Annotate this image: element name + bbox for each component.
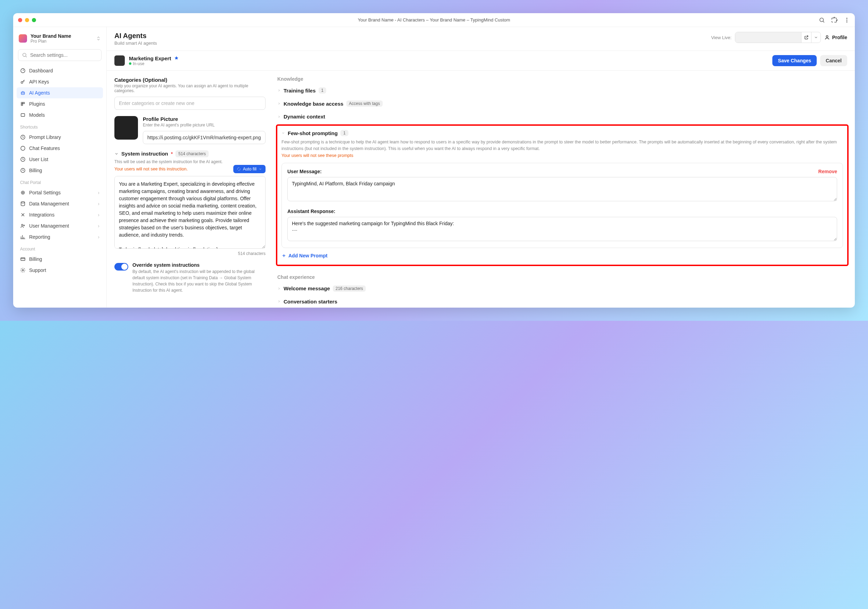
gear-icon (20, 267, 26, 273)
sidebar-item-label: Billing (29, 257, 42, 262)
database-icon (20, 201, 26, 207)
sidebar-item-label: Support (29, 267, 46, 273)
chart-icon (20, 234, 26, 240)
sidebar-item-user-management[interactable]: User Management › (17, 220, 103, 232)
gauge-icon (20, 68, 26, 73)
pin-icon[interactable] (174, 56, 179, 60)
sidebar-item-label: Data Management (29, 201, 69, 207)
svg-line-8 (26, 56, 27, 57)
magic-icon (237, 167, 241, 171)
sidebar-item-billing-shortcut[interactable]: Billing (17, 165, 103, 176)
page-subtitle: Build smart AI agents (115, 40, 157, 46)
puzzle-icon (20, 101, 26, 107)
conversation-starters-row[interactable]: Conversation starters (276, 295, 849, 308)
sidebar-item-label: Chat Features (29, 145, 60, 151)
welcome-message-row[interactable]: Welcome message 216 characters (276, 282, 849, 295)
sidebar-item-user-list[interactable]: User List (17, 154, 103, 165)
view-live-selector[interactable] (735, 32, 821, 43)
sidebar-item-api-keys[interactable]: API Keys (17, 76, 103, 87)
brand-logo (19, 34, 27, 43)
right-column: Knowledge Training files 1 Knowledge bas… (273, 71, 855, 308)
user-message-label: User Message: (287, 169, 322, 174)
user-icon (824, 35, 830, 40)
brand-switcher[interactable]: Your Brand Name Pro Plan (17, 32, 103, 48)
sidebar-item-portal-settings[interactable]: Portal Settings › (17, 187, 103, 198)
svg-point-22 (23, 225, 25, 226)
categories-input[interactable] (115, 97, 265, 110)
kb-access-row[interactable]: Knowledge base access Access with tags (276, 97, 849, 110)
agent-status: In-use (129, 61, 179, 66)
svg-point-13 (23, 93, 23, 93)
required-marker: * (171, 151, 173, 156)
status-dot-icon (129, 62, 132, 65)
section-account: Account (17, 243, 103, 253)
profile-picture-hint: Enter the AI agent's profile picture URL (143, 123, 265, 127)
tools-icon (20, 212, 26, 218)
sidebar-item-label: Billing (29, 168, 42, 173)
profile-picture-title: Profile Picture (143, 116, 265, 122)
chevron-down-icon[interactable] (812, 32, 820, 43)
window-title: Your Brand Name - AI Characters – Your B… (13, 17, 855, 23)
profile-picture-preview (115, 116, 138, 140)
sidebar-item-billing[interactable]: Billing (17, 253, 103, 265)
sidebar-item-label: Models (29, 112, 45, 118)
sidebar-item-data-management[interactable]: Data Management › (17, 198, 103, 209)
sidebar-item-plugins[interactable]: Plugins (17, 98, 103, 110)
assistant-response-textarea[interactable] (287, 217, 837, 241)
sidebar-item-chat-features[interactable]: Chat Features (17, 143, 103, 154)
svg-point-24 (22, 269, 23, 271)
char-count: 514 characters (115, 251, 265, 256)
sidebar-item-ai-agents[interactable]: AI Agents (17, 87, 103, 98)
cube-icon (20, 112, 26, 118)
chevron-down-icon[interactable] (115, 152, 119, 156)
auto-fill-button[interactable]: Auto fill (233, 165, 265, 173)
chevron-right-icon: › (98, 223, 99, 229)
agent-avatar (115, 56, 125, 66)
main-header: AI Agents Build smart AI agents View Liv… (107, 27, 855, 51)
chat-experience-section: Chat experience (276, 266, 849, 282)
user-message-textarea[interactable] (287, 177, 837, 201)
users-icon (20, 223, 26, 229)
sidebar-item-integrations[interactable]: Integrations › (17, 209, 103, 220)
dynamic-context-row[interactable]: Dynamic context (276, 110, 849, 123)
clock-icon (20, 156, 26, 162)
sidebar-item-reporting[interactable]: Reporting › (17, 232, 103, 243)
few-shot-note: Your users will not see these prompts (282, 153, 843, 158)
settings-icon (20, 190, 26, 195)
section-shortcuts: Shortcuts (17, 121, 103, 131)
system-instruction-textarea[interactable] (115, 176, 265, 249)
override-toggle[interactable] (115, 263, 128, 270)
sidebar-item-prompt-library[interactable]: Prompt Library (17, 131, 103, 143)
left-column: Categories (Optional) Help you organize … (107, 71, 273, 308)
add-new-prompt-button[interactable]: Add New Prompt (282, 253, 328, 258)
few-shot-row[interactable]: Few-shot prompting 1 (282, 129, 843, 137)
view-live-value (735, 32, 801, 43)
search-settings-input[interactable] (18, 49, 102, 61)
agent-bar: Marketing Expert In-use Save Changes Can… (107, 51, 855, 71)
agent-name: Marketing Expert (129, 56, 171, 61)
sidebar-item-dashboard[interactable]: Dashboard (17, 65, 103, 76)
remove-button[interactable]: Remove (818, 169, 837, 174)
char-badge: 216 characters (333, 286, 366, 292)
plus-icon (282, 253, 286, 258)
count-badge: 1 (319, 87, 327, 94)
knowledge-section: Knowledge (276, 74, 849, 84)
profile-link[interactable]: Profile (824, 35, 847, 40)
search-input-field[interactable] (30, 52, 98, 58)
sidebar-item-support[interactable]: Support (17, 265, 103, 276)
cancel-button[interactable]: Cancel (820, 55, 847, 66)
svg-point-21 (22, 224, 23, 226)
chevron-right-icon: › (98, 190, 99, 195)
svg-rect-14 (21, 114, 25, 116)
svg-point-12 (22, 93, 22, 93)
sidebar-item-label: API Keys (29, 79, 49, 85)
sidebar-item-label: Prompt Library (29, 134, 61, 140)
sidebar-item-label: User Management (29, 223, 69, 229)
training-files-row[interactable]: Training files 1 (276, 84, 849, 97)
save-button[interactable]: Save Changes (772, 55, 817, 66)
open-external-icon[interactable] (801, 32, 812, 43)
sidebar-item-models[interactable]: Models (17, 110, 103, 121)
brand-plan: Pro Plan (31, 39, 71, 44)
override-hint: By default, the AI agent's instruction w… (132, 269, 265, 294)
profile-picture-url-input[interactable] (143, 131, 265, 144)
